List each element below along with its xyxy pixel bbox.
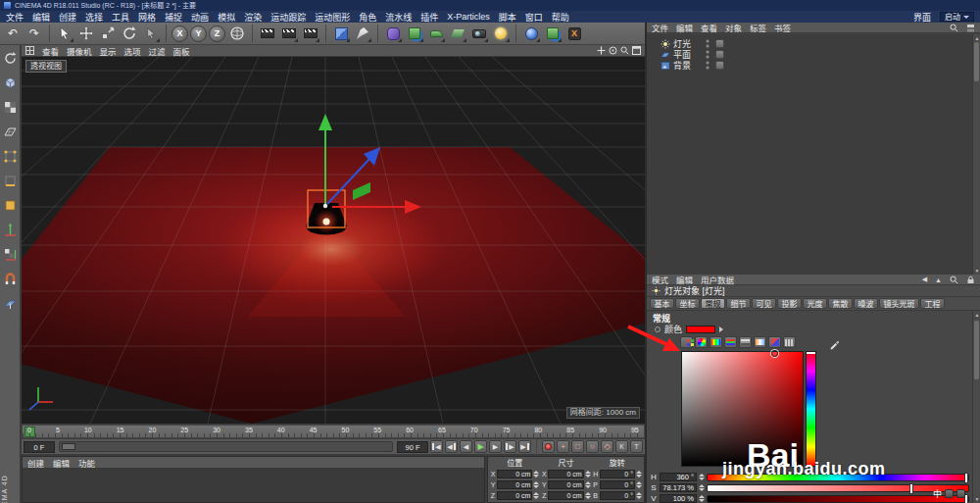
visibility-toggles[interactable] [706,61,710,70]
hue-value-field[interactable]: 360 ° [660,473,697,481]
om-menu-item[interactable]: 查看 [701,22,717,33]
spinner[interactable] [585,492,591,499]
rgb-sliders-icon[interactable] [724,336,737,348]
size-y-field[interactable]: 0 cm [548,480,583,489]
ime-indicator[interactable]: 中 [933,487,965,500]
menu-item[interactable]: 运动图形 [315,11,350,24]
lock-z-axis-button[interactable]: Z [209,25,225,42]
size-x-field[interactable]: 0 cm [548,470,583,478]
coordinate-system-button[interactable] [227,24,247,43]
position-x-field[interactable]: 0 cm [497,470,532,478]
menu-item[interactable]: 渲染 [244,11,262,24]
redo-button[interactable]: ↷ [24,24,44,43]
object-row-light[interactable]: 灯光 [647,38,972,49]
record-parameter-toggle[interactable]: ◇ [601,440,613,453]
attribute-tab-active[interactable]: 常规 [701,298,725,309]
add-floor-button[interactable] [448,24,467,43]
scale-button[interactable] [98,24,118,43]
attribute-tab[interactable]: 投影 [777,298,802,309]
add-spline-button[interactable] [353,24,372,43]
attribute-tab[interactable]: 焦散 [828,298,853,309]
xparticles-button[interactable]: X [564,24,584,43]
menu-item[interactable]: 模拟 [218,11,235,24]
next-key-button[interactable]: ▶ [504,440,516,453]
om-menu-item[interactable]: 标签 [750,22,766,33]
spinner[interactable] [636,492,642,499]
material-menu-item[interactable]: 创建 [27,457,44,469]
timeline-ruler[interactable]: 05 1015 2025 3035 4045 5055 6065 7075 80… [22,425,645,438]
hue-strip[interactable] [806,351,816,467]
record-keyframe-button[interactable] [542,440,555,453]
record-position-toggle[interactable]: + [557,440,569,453]
spinner[interactable] [533,481,539,488]
spinner[interactable] [533,492,539,499]
workplane-button[interactable] [1,294,19,312]
layout-select[interactable]: 启动 [940,12,974,22]
move-button[interactable] [76,24,96,43]
attribute-tab[interactable]: 基本 [650,298,674,309]
menu-item[interactable]: 窗口 [525,11,543,24]
menu-item[interactable]: 角色 [359,11,376,24]
viewport-label[interactable]: 透视视图 [25,60,67,73]
spinner[interactable] [636,471,642,478]
position-z-field[interactable]: 0 cm [497,491,532,500]
menu-item[interactable]: 动画 [191,11,209,24]
add-camera-button[interactable] [469,24,489,43]
object-tag-icon[interactable] [715,61,724,70]
search-icon[interactable] [950,24,958,32]
attribute-tab[interactable]: 工程 [920,298,945,309]
eyedropper-icon[interactable] [829,337,840,355]
attribute-scrollbar[interactable]: ▲ ▼ [972,311,980,503]
brightness-slider[interactable] [707,495,969,503]
render-to-picture-viewer-button[interactable] [279,24,299,43]
attribute-tab[interactable]: 细节 [726,298,751,309]
goto-start-button[interactable]: ◀ [430,440,443,453]
texture-axis-mode-button[interactable] [1,245,19,263]
menu-item[interactable]: 流水线 [385,11,412,24]
record-rotation-toggle[interactable]: ○ [586,440,599,453]
viewport-menu-item[interactable]: 面板 [173,45,190,57]
scroll-up-icon[interactable]: ▲ [974,35,980,41]
prev-key-button[interactable]: ◀ [445,440,458,453]
menu-item[interactable]: 编辑 [32,11,50,24]
add-primitive-button[interactable] [331,24,351,43]
material-menu-item[interactable]: 编辑 [53,457,70,469]
rotation-h-field[interactable]: 0 ° [600,470,635,478]
polygons-mode-button[interactable] [1,196,19,214]
object-tag-icon[interactable] [715,39,724,48]
spinner[interactable] [636,481,642,488]
attribute-tab[interactable]: 镜头光斑 [879,298,919,309]
color-swatch[interactable] [686,326,715,333]
expand-icon[interactable] [719,327,723,332]
menu-item[interactable]: 运动跟踪 [270,11,306,24]
play-button[interactable]: ▶ [474,440,487,453]
menu-item[interactable]: 文件 [6,11,24,24]
maximize-view-icon[interactable] [632,46,641,55]
menu-item[interactable]: 插件 [420,11,438,24]
attribute-tab[interactable]: 可见 [752,298,776,309]
last-tool-button[interactable] [141,24,161,43]
menu-item[interactable]: 创建 [59,11,76,24]
attribute-tab[interactable]: 噪波 [854,298,878,309]
history-back-icon[interactable]: ◀ [922,276,927,283]
swatch-book-icon[interactable] [783,336,796,348]
texture-mode-button[interactable] [1,98,19,116]
om-menu-item[interactable]: 编辑 [676,22,693,33]
record-scale-toggle[interactable]: □ [571,440,584,453]
menu-item[interactable]: 帮助 [552,11,569,24]
pan-view-icon[interactable] [597,46,606,55]
zoom-view-icon[interactable] [620,46,629,55]
kelvin-icon[interactable] [754,336,766,348]
saturation-value-field[interactable]: 78.173 % [660,483,697,492]
spinner[interactable] [585,471,591,478]
saturation-slider[interactable] [707,484,969,492]
visibility-toggles[interactable] [706,39,710,48]
prev-frame-button[interactable]: ◀ [460,440,472,453]
menu-item[interactable]: 工具 [112,11,129,24]
search-icon[interactable] [950,276,958,284]
render-view-button[interactable] [258,24,277,43]
frame-range-slider[interactable] [59,441,393,452]
viewport-canvas[interactable] [22,57,645,424]
add-light-button[interactable] [491,24,511,43]
model-mode-button[interactable] [1,74,19,91]
